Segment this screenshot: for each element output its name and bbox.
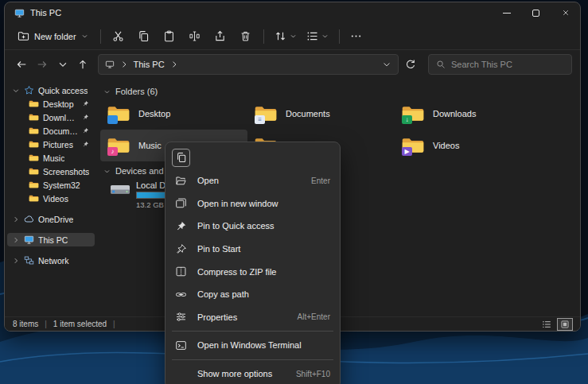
search-box[interactable] [428,54,572,75]
rename-button[interactable] [183,26,207,47]
menu-item-pin-to-quick-access[interactable]: Pin to Quick access [169,215,337,238]
paste-button[interactable] [158,26,181,47]
chevron-right-icon [169,60,179,69]
menu-item-properties[interactable]: PropertiesAlt+Enter [169,306,337,329]
sidebar-item-downloads[interactable]: Downloads [7,111,95,124]
sidebar-item-music[interactable]: Music [7,151,95,165]
window-title: This PC [30,8,61,17]
new-folder-button[interactable]: New folder [11,27,95,45]
terminal-icon [175,339,187,351]
copy-icon [138,30,150,42]
minimize-button[interactable] [492,2,521,23]
sidebar-item-pictures[interactable]: Pictures [7,138,95,151]
sidebar-item-quick-access[interactable]: Quick access [7,83,95,97]
folder-icon [29,153,39,163]
open-new-window-icon [175,197,189,209]
folder-tile-documents[interactable]: ≡Documents [247,98,395,130]
search-input[interactable] [451,60,564,69]
recent-locations-button[interactable] [53,55,72,74]
menu-item-label: Open [197,176,219,185]
star-icon [24,85,34,95]
sort-button[interactable] [270,26,302,47]
this-pc-icon [105,60,115,69]
folder-icon [29,166,39,176]
documents-emblem-icon: ≡ [255,115,265,124]
sidebar-item-label: Network [38,256,69,266]
copy-icon [176,152,187,163]
desktop: This PC New folder [0,0,588,384]
menu-item-shortcut: Alt+Enter [298,312,330,321]
minimize-icon [503,13,511,14]
thumbnail-view-button[interactable] [558,319,572,330]
sidebar-item-desktop[interactable]: Desktop [7,97,95,111]
delete-button[interactable] [234,26,258,47]
sidebar-item-documents[interactable]: Documents [7,124,95,138]
sidebar-item-system32[interactable]: System32 [7,178,95,192]
rename-icon [189,30,201,42]
zip-icon [175,266,189,277]
sidebar-item-label: This PC [38,235,68,245]
menu-item-open-in-new-window[interactable]: Open in new window [169,192,337,215]
sidebar-item-onedrive[interactable]: OneDrive [7,212,95,226]
share-button[interactable] [208,26,232,47]
more-options-button[interactable] [345,26,368,47]
folder-icon-wrap: ▶ [401,136,425,155]
chevron-down-icon [57,59,68,70]
refresh-button[interactable] [401,55,419,74]
cut-icon [112,30,124,42]
close-button[interactable] [551,2,580,23]
downloads-emblem-icon: ↓ [402,115,412,124]
sidebar-item-label: OneDrive [38,215,73,224]
menu-item-pin-to-start[interactable]: Pin to Start [169,238,337,261]
menu-item-open[interactable]: OpenEnter [169,169,337,192]
maximize-button[interactable] [521,2,551,23]
folders-section-header[interactable]: Folders (6) [103,87,580,96]
sidebar-item-videos[interactable]: Videos [7,192,95,205]
videos-emblem-icon: ▶ [402,147,412,156]
back-button[interactable] [13,55,31,74]
pc-icon [24,235,34,245]
up-button[interactable] [74,55,92,74]
menu-item-show-more-options[interactable]: Show more optionsShift+F10 [169,363,337,384]
refresh-icon [405,59,416,70]
view-button[interactable] [302,26,333,47]
folder-tile-desktop[interactable]: Desktop [100,98,247,130]
address-dropdown-icon[interactable] [382,60,391,69]
copy-path-icon [175,289,189,301]
cut-button[interactable] [107,26,130,47]
sidebar-item-this-pc[interactable]: This PC [7,233,95,246]
copy-button[interactable] [132,26,156,47]
folder-name: Music [138,141,162,150]
folder-tile-downloads[interactable]: ↓Downloads [395,98,542,130]
menu-item-label: Open in new window [197,199,278,208]
network-icon [24,255,34,266]
blank-icon [175,368,189,380]
pin-outline-icon [175,243,187,255]
menu-item-compress-to-zip-file[interactable]: Compress to ZIP file [169,260,337,283]
copy-path-icon [175,289,187,301]
list-view-icon [542,320,551,329]
chevron-right-icon [12,257,20,265]
status-divider: | [113,320,115,328]
new-folder-label: New folder [34,32,76,41]
pin-icon [175,220,189,232]
folder-icon [29,126,39,136]
close-icon [562,9,570,17]
sidebar-item-network[interactable]: Network [7,254,95,267]
terminal-icon [175,339,189,351]
address-bar[interactable]: This PC [98,54,399,75]
navigation-bar: This PC [5,50,580,79]
forward-button[interactable] [33,55,52,74]
folder-tile-videos[interactable]: ▶Videos [395,130,542,161]
sidebar-item-screenshots[interactable]: Screenshots [7,165,95,178]
toolbar-buttons [107,26,258,47]
folder-icon-wrap: ≡ [254,104,278,123]
menu-item-open-in-windows-terminal[interactable]: Open in Windows Terminal [169,334,337,357]
menu-item-copy-as-path[interactable]: Copy as path [169,283,337,306]
details-view-button[interactable] [539,319,554,330]
folder-icon-wrap [107,104,130,123]
copy-quick-action-button[interactable] [172,149,190,167]
more-icon [350,30,362,42]
breadcrumb[interactable]: This PC [134,60,165,69]
cloud-icon [24,214,34,224]
